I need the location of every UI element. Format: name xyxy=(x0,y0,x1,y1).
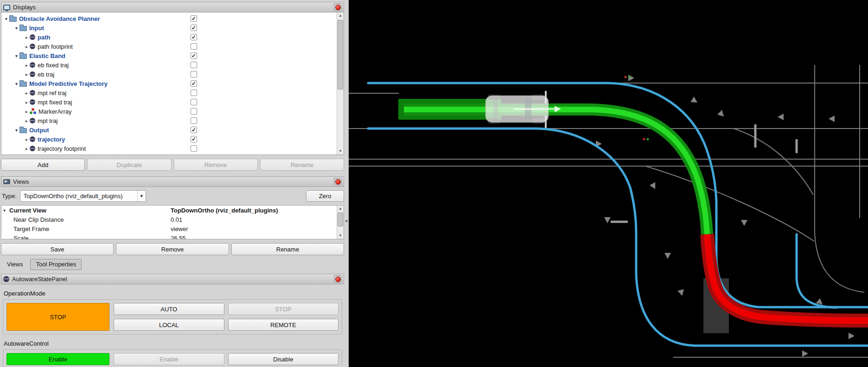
display-enabled-checkbox[interactable] xyxy=(191,145,197,152)
folder-icon xyxy=(9,17,17,22)
property-value[interactable]: 26.55 xyxy=(171,235,186,240)
scroll-down-icon[interactable]: ▼ xyxy=(337,232,344,239)
collapse-arrow-icon[interactable]: ▾ xyxy=(13,128,19,133)
property-value[interactable]: TopDownOrtho (rviz_default_plugins) xyxy=(171,207,278,214)
display-tree-item[interactable]: ▾Model Predictive Trajectory✓ xyxy=(1,79,344,88)
display-item-label: trajectory xyxy=(38,136,65,143)
scroll-up-icon[interactable]: ▲ xyxy=(337,206,344,212)
duplicate-button[interactable]: Duplicate xyxy=(87,159,171,171)
expand-arrow-icon[interactable]: ▸ xyxy=(24,63,30,68)
display-enabled-checkbox[interactable]: ✓ xyxy=(191,15,197,22)
scrollbar-thumb[interactable] xyxy=(338,20,343,90)
autoware-close-button[interactable] xyxy=(334,275,342,283)
expand-arrow-icon[interactable]: ▸ xyxy=(24,137,30,142)
rename-view-button[interactable]: Rename xyxy=(231,243,344,255)
property-row[interactable]: Near Clip Distance0.01 xyxy=(1,215,344,224)
zero-button[interactable]: Zero xyxy=(306,190,344,202)
rename-button[interactable]: Rename xyxy=(260,159,344,171)
collapse-arrow-icon[interactable]: ▾ xyxy=(3,208,6,213)
display-tree-item[interactable]: ▸mpt fixed traj xyxy=(1,97,344,107)
display-enabled-checkbox[interactable] xyxy=(191,90,197,96)
display-icon xyxy=(30,62,35,68)
expand-arrow-icon[interactable]: ▸ xyxy=(24,146,30,151)
display-enabled-checkbox[interactable] xyxy=(191,62,197,68)
collapse-arrow-icon[interactable]: ▾ xyxy=(3,16,9,21)
display-tree-item[interactable]: ▸trajectory✓ xyxy=(1,135,344,144)
view-type-combobox[interactable]: TopDownOrtho (rviz_default_plugins) ▼ xyxy=(20,190,146,202)
display-enabled-checkbox[interactable]: ✓ xyxy=(191,136,197,142)
scroll-down-icon[interactable]: ▼ xyxy=(337,148,344,155)
display-tree-item[interactable]: ▸MarkerArray xyxy=(1,107,344,116)
3d-viewport[interactable] xyxy=(349,0,868,367)
property-value[interactable]: 0.01 xyxy=(171,216,182,223)
remove-view-button[interactable]: Remove xyxy=(116,243,229,255)
dock-collapse-strip[interactable]: ◂ xyxy=(345,0,349,367)
expand-arrow-icon[interactable]: ▸ xyxy=(24,100,30,105)
disable-button[interactable]: Disable xyxy=(228,353,339,365)
displays-close-button[interactable] xyxy=(334,3,342,11)
display-tree-item[interactable]: ▸path✓ xyxy=(1,32,344,42)
autoware-control-state-button[interactable]: Enable xyxy=(6,353,109,365)
display-enabled-checkbox[interactable]: ✓ xyxy=(191,34,197,40)
autoware-state-panel: AutowareStatePanel OperationMode STOP AU… xyxy=(1,274,344,367)
property-row[interactable]: Scale26.55 xyxy=(1,233,344,239)
enable-button[interactable]: Enable xyxy=(114,353,224,365)
display-item-label: Model Predictive Trajectory xyxy=(29,80,108,87)
expand-arrow-icon[interactable]: ▸ xyxy=(24,118,30,123)
view-properties-scrollbar[interactable]: ▲ ▼ xyxy=(337,206,344,239)
display-enabled-checkbox[interactable]: ✓ xyxy=(191,52,197,59)
expand-arrow-icon[interactable]: ▸ xyxy=(24,44,30,49)
display-enabled-checkbox[interactable] xyxy=(191,117,197,124)
expand-arrow-icon[interactable]: ▸ xyxy=(24,90,30,96)
property-value[interactable]: viewer xyxy=(171,225,188,232)
operation-mode-state-button[interactable]: STOP xyxy=(6,303,109,331)
display-enabled-checkbox[interactable] xyxy=(191,99,197,105)
display-enabled-checkbox[interactable] xyxy=(191,108,197,115)
display-enabled-checkbox[interactable] xyxy=(191,43,197,50)
display-tree-item[interactable]: ▸trajectory footprint xyxy=(1,144,344,153)
remove-button[interactable]: Remove xyxy=(174,159,258,171)
save-button[interactable]: Save xyxy=(1,243,114,255)
views-panel-icon xyxy=(3,179,10,184)
displays-titlebar[interactable]: Displays xyxy=(1,2,344,13)
display-tree-item[interactable]: ▾Output✓ xyxy=(1,125,344,135)
view-properties-grid: ▾Current ViewTopDownOrtho (rviz_default_… xyxy=(1,205,344,239)
views-titlebar[interactable]: Views xyxy=(1,176,344,187)
add-button[interactable]: Add xyxy=(1,159,85,171)
displays-tree-scrollbar[interactable]: ▲ ▼ xyxy=(337,13,344,155)
collapse-arrow-icon[interactable]: ▾ xyxy=(13,81,19,86)
scroll-up-icon[interactable]: ▲ xyxy=(337,13,344,19)
tab-tool-properties[interactable]: Tool Properties xyxy=(30,259,82,270)
property-row[interactable]: Target Frameviewer xyxy=(1,224,344,233)
remote-button[interactable]: REMOTE xyxy=(228,319,339,331)
scrollbar-thumb[interactable] xyxy=(338,212,343,226)
display-icon xyxy=(30,146,35,151)
display-tree-item[interactable]: ▾Elastic Band✓ xyxy=(1,51,344,60)
stop-mode-button[interactable]: STOP xyxy=(228,303,339,315)
collapse-left-icon[interactable]: ◂ xyxy=(345,218,347,223)
display-tree-item[interactable]: ▸eb traj xyxy=(1,70,344,79)
display-tree-item[interactable]: ▾Input✓ xyxy=(1,23,344,32)
autoware-titlebar[interactable]: AutowareStatePanel xyxy=(1,274,344,284)
display-enabled-checkbox[interactable]: ✓ xyxy=(191,80,197,87)
expand-arrow-icon[interactable]: ▸ xyxy=(24,35,30,40)
property-row[interactable]: ▾Current ViewTopDownOrtho (rviz_default_… xyxy=(1,206,344,215)
auto-button[interactable]: AUTO xyxy=(114,303,224,315)
display-tree-item[interactable]: ▸path footprint xyxy=(1,42,344,51)
local-button[interactable]: LOCAL xyxy=(114,319,224,331)
display-item-label: Output xyxy=(29,127,49,134)
display-enabled-checkbox[interactable]: ✓ xyxy=(191,127,197,133)
tab-views[interactable]: Views xyxy=(2,259,28,270)
display-tree-item[interactable]: ▸eb fixed traj xyxy=(1,60,344,70)
displays-button-row: AddDuplicateRemoveRename xyxy=(1,159,344,171)
display-tree-item[interactable]: ▸mpt ref traj xyxy=(1,88,344,97)
collapse-arrow-icon[interactable]: ▾ xyxy=(13,53,19,58)
views-close-button[interactable] xyxy=(334,178,342,186)
expand-arrow-icon[interactable]: ▸ xyxy=(24,72,30,77)
display-tree-item[interactable]: ▾Obstacle Avoidance Planner✓ xyxy=(1,14,344,23)
display-enabled-checkbox[interactable] xyxy=(191,71,197,77)
display-enabled-checkbox[interactable]: ✓ xyxy=(191,25,197,31)
expand-arrow-icon[interactable]: ▸ xyxy=(24,109,30,114)
display-tree-item[interactable]: ▸mpt traj xyxy=(1,116,344,125)
collapse-arrow-icon[interactable]: ▾ xyxy=(13,26,19,31)
